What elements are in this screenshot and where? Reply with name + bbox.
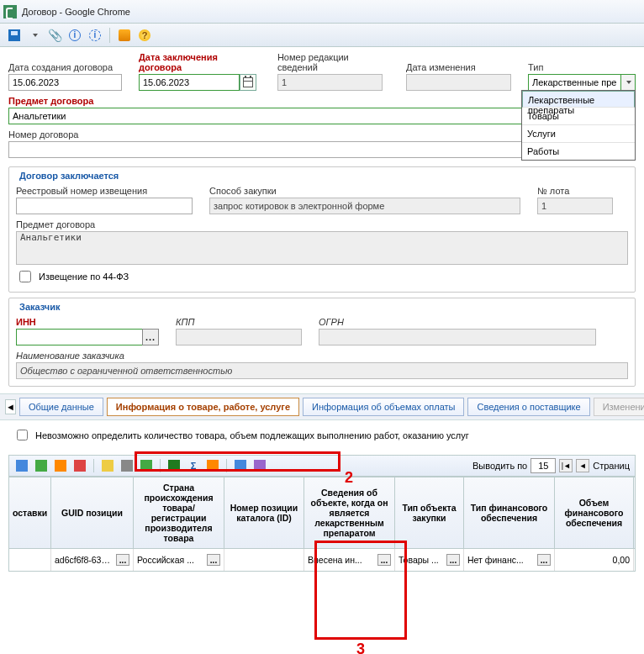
delete-icon [74, 460, 86, 472]
page-first-button[interactable]: |◄ [559, 459, 573, 472]
grid-btn-tree[interactable] [14, 458, 29, 473]
contract-header-form: Дата создания договора Дата заключения д… [0, 47, 644, 161]
type-option-drugs[interactable]: Лекарственные препараты [522, 91, 635, 108]
type-select-display[interactable] [528, 74, 620, 91]
ogrn-input [319, 329, 596, 345]
grid-btn-refresh[interactable] [139, 458, 154, 473]
col-guid[interactable]: GUID позиции [51, 477, 134, 548]
reset-icon [121, 460, 133, 472]
book-icon [119, 29, 130, 41]
tree-icon [16, 460, 28, 472]
grid-btn-add[interactable] [34, 458, 49, 473]
grid-btn-excel[interactable] [166, 458, 182, 473]
col-object-type[interactable]: Тип объекта закупки [395, 477, 464, 548]
cell-country-lookup[interactable]: ... [207, 554, 220, 566]
chevron-down-icon [33, 34, 38, 37]
col-country[interactable]: Страна происхождения товара/ регистрации… [134, 477, 224, 548]
grid-toolbar: Σ Выводить по |◄ ◄ Страниц [8, 455, 636, 477]
type-option-goods[interactable]: Товары [522, 108, 635, 125]
tabs-scroll-left[interactable]: ◄ [5, 399, 16, 414]
impossible-qty-checkbox[interactable] [17, 430, 28, 440]
grid-btn-reset[interactable] [119, 458, 135, 473]
prev-icon: ◄ [579, 461, 587, 470]
catalog-button[interactable] [115, 26, 134, 45]
date-concluded-input[interactable] [139, 74, 240, 91]
type-select-toggle[interactable] [620, 74, 636, 91]
cell-type-lookup[interactable]: ... [446, 554, 460, 566]
date-created-input[interactable] [8, 74, 122, 91]
cell-guid-lookup[interactable]: ... [116, 554, 129, 566]
tab-goods-info[interactable]: Информация о товаре, работе, услуге [107, 398, 299, 416]
tab-payment-volumes[interactable]: Информация об объемах оплаты [303, 398, 464, 416]
cell-drug-lookup[interactable]: ... [377, 554, 391, 566]
grid-btn-settings[interactable] [252, 458, 267, 473]
grid-btn-columns[interactable] [233, 458, 248, 473]
app-icon [3, 5, 17, 18]
attachment-button[interactable]: 📎 [45, 26, 64, 45]
col-catalog-id[interactable]: Номер позиции каталога (ID) [224, 477, 304, 548]
grid-btn-copy[interactable] [53, 458, 68, 473]
first-icon: |◄ [562, 461, 571, 470]
registry-label: Реестровый номер извещения [16, 186, 193, 196]
grid-btn-sum[interactable]: Σ [186, 458, 201, 473]
registry-input[interactable] [16, 198, 193, 214]
inn-lookup-button[interactable]: ... [142, 329, 159, 345]
grid-row[interactable]: ad6cf6f8-638e-...... Российская ...... В… [9, 548, 635, 571]
help-button[interactable]: ? [135, 26, 154, 45]
save-dropdown-button[interactable] [25, 26, 44, 45]
cell-drug-info[interactable]: Внесена ин...... [304, 549, 395, 571]
type-option-services[interactable]: Услуги [522, 125, 635, 143]
info-icon: i [69, 29, 81, 41]
cell-country[interactable]: Российская ...... [134, 549, 224, 571]
per-page-input[interactable] [531, 458, 556, 473]
cell-guid-text: ad6cf6f8-638e-... [55, 555, 114, 565]
col-delivery[interactable]: оставки [9, 477, 51, 548]
tab-changes[interactable]: Изменени [594, 398, 644, 416]
grid-btn-export[interactable] [205, 458, 220, 473]
inn-label: ИНН [16, 317, 159, 327]
impossible-qty-label: Невозможно определить количество товара,… [35, 430, 469, 440]
cell-fin-type[interactable]: Нет финанс...... [464, 549, 555, 571]
inn-input[interactable] [16, 329, 142, 345]
grid-btn-filter[interactable] [100, 458, 115, 473]
col-fin-volume[interactable]: Объем финансового обеспечения [555, 477, 634, 548]
tab-supplier[interactable]: Сведения о поставщике [467, 398, 589, 416]
meta-button[interactable]: i [86, 26, 104, 45]
export-icon [207, 460, 219, 472]
date-created-label: Дата создания договора [8, 62, 122, 72]
tab-general[interactable]: Общие данные [19, 398, 103, 416]
grid-btn-delete[interactable] [72, 458, 87, 473]
info-button[interactable]: i [66, 26, 84, 45]
conclude-subject-label: Предмет договора [16, 219, 628, 229]
cell-type-text: Товары ... [399, 555, 445, 565]
type-option-works[interactable]: Работы [522, 143, 635, 160]
save-button[interactable] [5, 26, 24, 45]
filter-icon [102, 460, 113, 472]
notice-44fz-checkbox[interactable] [19, 271, 31, 282]
cell-object-type[interactable]: Товары ...... [395, 549, 464, 571]
cell-guid[interactable]: ad6cf6f8-638e-...... [51, 549, 134, 571]
help-icon: ? [139, 29, 150, 41]
cell-fin-text: Нет финанс... [467, 555, 536, 565]
date-concluded-picker-button[interactable] [240, 74, 256, 91]
page-prev-button[interactable]: ◄ [576, 459, 589, 472]
col-drug-info[interactable]: Сведения об объекте, когда он является л… [304, 477, 395, 548]
cell-fin-volume[interactable]: 0,00 [555, 549, 634, 571]
grid-separator [226, 459, 227, 472]
method-input [209, 198, 520, 214]
date-concluded-label: Дата заключения договора [139, 52, 261, 72]
copy-icon [55, 460, 66, 472]
customer-fieldset: Заказчик ИНН ... КПП ОГРН Наименование з… [8, 298, 636, 387]
ogrn-label: ОГРН [319, 317, 596, 327]
cell-catalog-id[interactable] [224, 549, 304, 571]
save-icon [8, 29, 20, 41]
cell-fin-lookup[interactable]: ... [537, 554, 551, 566]
cell-country-text: Российская ... [137, 555, 205, 565]
col-fin-type[interactable]: Тип финансового обеспечения [464, 477, 555, 548]
cell-delivery[interactable] [9, 549, 51, 571]
per-page-label: Выводить по [472, 461, 527, 471]
main-toolbar: 📎 i i ? [0, 24, 644, 47]
columns-icon [235, 460, 246, 472]
change-date-label: Дата изменения [406, 62, 511, 72]
tabs-bar: ◄ Общие данные Информация о товаре, рабо… [0, 393, 644, 420]
